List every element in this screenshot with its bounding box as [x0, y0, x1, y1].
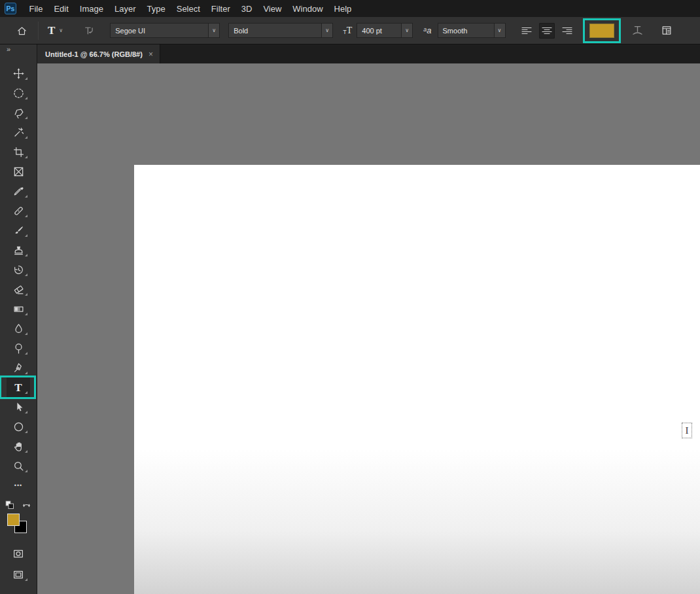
align-center-icon	[542, 26, 552, 35]
ellipse-tool[interactable]	[7, 417, 30, 436]
type-tool-options-bar: T ∨ Segoe UI ∨ Bold ∨ T T 400 pt ∨ a a S…	[0, 17, 700, 44]
polygonal-lasso-tool[interactable]	[7, 103, 30, 122]
align-right-button[interactable]	[559, 23, 575, 39]
eyedropper-icon	[13, 186, 24, 197]
font-style-value: Bold	[229, 24, 321, 37]
menu-3d[interactable]: 3D	[236, 4, 258, 14]
selection-arrow-icon	[13, 402, 24, 413]
path-selection-tool[interactable]	[7, 397, 30, 417]
move-tool[interactable]	[7, 63, 30, 83]
default-colors-icon[interactable]	[5, 500, 14, 510]
align-center-button[interactable]	[539, 23, 555, 39]
options-separator	[38, 22, 39, 40]
chevron-down-icon[interactable]: ∨	[208, 24, 219, 37]
type-tool-preset-icon: T	[48, 25, 55, 36]
toolbar: »	[0, 44, 37, 594]
zoom-tool[interactable]	[7, 456, 30, 476]
align-right-icon	[562, 26, 572, 35]
type-tool-icon: T	[14, 382, 22, 393]
magnifier-icon	[13, 461, 24, 472]
anti-alias-icon-large: a	[427, 26, 431, 35]
quick-selection-tool[interactable]	[7, 122, 30, 142]
menu-help[interactable]: Help	[328, 4, 357, 14]
gradient-tool[interactable]	[7, 299, 30, 319]
anti-alias-icon: a a	[423, 26, 431, 35]
elliptical-marquee-tool[interactable]	[7, 83, 30, 103]
clone-stamp-icon	[13, 245, 24, 256]
tool-preset-picker[interactable]: T ∨	[48, 25, 63, 36]
document-tab[interactable]: Untitled-1 @ 66.7% (RGB/8#) ×	[37, 44, 160, 63]
text-orientation-toggle[interactable]	[81, 23, 97, 39]
menu-window[interactable]: Window	[287, 4, 328, 14]
align-left-button[interactable]	[519, 23, 534, 39]
healing-brush-icon	[13, 205, 24, 217]
text-color-swatch[interactable]	[589, 24, 614, 38]
font-family-select[interactable]: Segoe UI ∨	[110, 23, 220, 38]
pen-nib-icon	[13, 362, 24, 374]
menu-filter[interactable]: Filter	[205, 4, 236, 14]
text-color-swatch-wrap	[589, 24, 614, 38]
eyedropper-tool[interactable]	[7, 181, 30, 201]
warp-text-icon	[631, 24, 644, 37]
history-brush-tool[interactable]	[7, 260, 30, 279]
hand-tool[interactable]	[7, 436, 30, 456]
chevron-down-icon[interactable]: ∨	[321, 24, 332, 37]
photoshop-logo[interactable]: Ps	[5, 3, 16, 14]
blur-tool[interactable]	[7, 319, 30, 338]
more-tools-icon: •••	[14, 482, 22, 489]
dodge-tool[interactable]	[7, 338, 30, 358]
pen-tool[interactable]	[7, 358, 30, 377]
foreground-color-chip[interactable]	[7, 514, 20, 526]
crop-tool[interactable]	[7, 142, 30, 162]
frame-tool[interactable]	[7, 162, 30, 181]
water-drop-icon	[13, 323, 24, 334]
photoshop-logo-text: Ps	[7, 5, 15, 12]
menu-layer[interactable]: Layer	[109, 4, 142, 14]
warp-text-button[interactable]	[630, 22, 646, 39]
edit-toolbar-button[interactable]: •••	[7, 476, 30, 495]
screen-mode-button[interactable]	[7, 565, 30, 584]
font-size-icon-large: T	[347, 26, 353, 35]
font-style-select[interactable]: Bold ∨	[228, 23, 333, 38]
menu-bar: Ps File Edit Image Layer Type Select Fil…	[0, 0, 700, 17]
history-brush-icon	[13, 264, 24, 275]
swap-colors-icon[interactable]	[22, 501, 31, 509]
spot-healing-brush-tool[interactable]	[7, 201, 30, 220]
toolbar-collapse-button[interactable]: »	[0, 44, 11, 55]
type-tool[interactable]: T	[7, 377, 30, 397]
move-icon	[13, 68, 24, 79]
brush-tool[interactable]	[7, 220, 30, 240]
text-orientation-icon	[83, 25, 95, 36]
font-family-value: Segoe UI	[111, 24, 208, 37]
clone-stamp-tool[interactable]	[7, 240, 30, 260]
home-icon	[16, 26, 27, 36]
color-controls-row	[5, 500, 31, 510]
document-canvas[interactable]	[134, 165, 700, 594]
chevron-down-icon[interactable]: ∨	[494, 24, 505, 37]
chevron-down-icon[interactable]: ∨	[401, 24, 412, 37]
toggle-panels-button[interactable]	[659, 23, 674, 39]
menu-view[interactable]: View	[258, 4, 287, 14]
font-size-select[interactable]: 400 pt ∨	[357, 23, 413, 38]
menu-select[interactable]: Select	[171, 4, 205, 14]
canvas-workspace[interactable]: I	[37, 63, 700, 594]
menu-edit[interactable]: Edit	[48, 4, 74, 14]
magic-wand-icon	[13, 127, 24, 138]
menu-type[interactable]: Type	[141, 4, 171, 14]
anti-alias-value: Smooth	[438, 24, 494, 37]
color-chips	[7, 514, 29, 536]
quick-mask-button[interactable]	[7, 544, 30, 563]
frame-icon	[13, 166, 24, 177]
menu-file[interactable]: File	[24, 4, 48, 14]
eraser-tool[interactable]	[7, 279, 30, 299]
document-tab-title: Untitled-1 @ 66.7% (RGB/8#)	[45, 50, 143, 58]
menu-image[interactable]: Image	[74, 4, 109, 14]
align-left-icon	[521, 26, 532, 35]
text-insertion-cursor: I	[682, 423, 692, 438]
dodge-icon	[13, 343, 24, 354]
home-button[interactable]	[13, 22, 30, 39]
gradient-icon	[13, 304, 24, 315]
anti-alias-select[interactable]: Smooth ∨	[438, 23, 506, 38]
text-alignment-group	[519, 23, 575, 39]
close-tab-icon[interactable]: ×	[149, 50, 153, 59]
